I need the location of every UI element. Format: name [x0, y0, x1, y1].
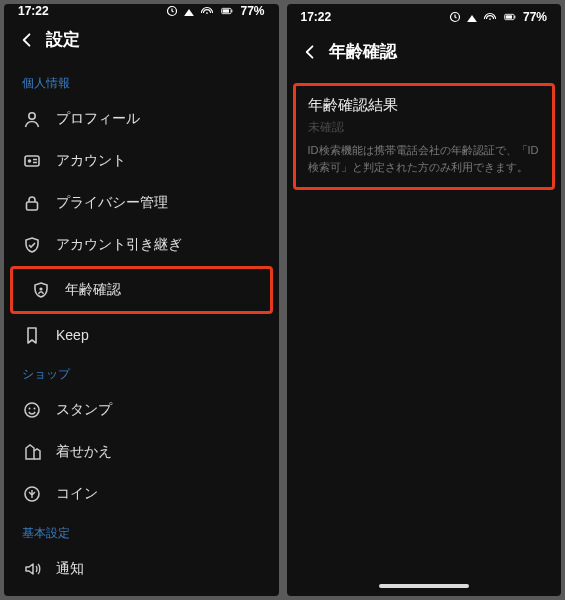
settings-row-badge[interactable]: 年齢確認 — [10, 266, 273, 314]
settings-row-user[interactable]: プロフィール — [4, 98, 279, 140]
result-status: 未確認 — [308, 119, 541, 136]
theme-icon — [22, 442, 42, 462]
row-label: アカウント — [56, 152, 126, 170]
row-label: アカウント引き継ぎ — [56, 236, 182, 254]
row-label: コイン — [56, 485, 98, 503]
page-title: 設定 — [46, 28, 80, 51]
account-icon — [22, 151, 42, 171]
battery-icon — [501, 11, 519, 23]
status-icons: 77% — [166, 4, 264, 18]
home-indicator[interactable] — [287, 576, 562, 596]
bookmark-icon — [22, 325, 42, 345]
status-time: 17:22 — [301, 10, 332, 24]
settings-row-account[interactable]: アカウント — [4, 140, 279, 182]
back-icon[interactable] — [301, 43, 319, 61]
battery-pct: 77% — [240, 4, 264, 18]
section-header: ショップ — [4, 356, 279, 389]
back-icon[interactable] — [18, 31, 36, 49]
age-result-box[interactable]: 年齢確認結果 未確認 ID検索機能は携帯電話会社の年齢認証で、「ID検索可」と判… — [293, 83, 556, 190]
battery-icon — [218, 5, 236, 17]
settings-row-speaker[interactable]: 通知 — [4, 548, 279, 590]
status-time: 17:22 — [18, 4, 49, 18]
row-label: プロフィール — [56, 110, 140, 128]
settings-list: 個人情報プロフィールアカウントプライバシー管理アカウント引き継ぎ年齢確認Keep… — [4, 65, 279, 596]
signal-icon — [182, 5, 196, 17]
row-label: Keep — [56, 327, 89, 343]
status-bar: 17:22 77% — [287, 4, 562, 30]
alarm-icon — [166, 5, 178, 17]
row-label: 通知 — [56, 560, 84, 578]
settings-row-shield[interactable]: アカウント引き継ぎ — [4, 224, 279, 266]
section-header: 個人情報 — [4, 65, 279, 98]
phone-right: 17:22 77% 年齢確認 年齢確認結果 未確認 ID検索機能は携帯電話会社の… — [287, 4, 562, 596]
badge-icon — [31, 280, 51, 300]
result-title: 年齢確認結果 — [308, 96, 541, 115]
status-icons: 77% — [449, 10, 547, 24]
header: 年齢確認 — [287, 30, 562, 77]
status-bar: 17:22 77% — [4, 4, 279, 18]
lock-icon — [22, 193, 42, 213]
settings-row-coin[interactable]: コイン — [4, 473, 279, 515]
wifi-icon — [200, 5, 214, 17]
row-label: スタンプ — [56, 401, 112, 419]
header: 設定 — [4, 18, 279, 65]
settings-row-theme[interactable]: 着せかえ — [4, 431, 279, 473]
result-desc: ID検索機能は携帯電話会社の年齢認証で、「ID検索可」と判定された方のみ利用でき… — [308, 142, 541, 175]
section-header: 基本設定 — [4, 515, 279, 548]
smile-icon — [22, 400, 42, 420]
signal-icon — [465, 11, 479, 23]
settings-row-photo[interactable]: 写真と動画 — [4, 590, 279, 596]
settings-row-lock[interactable]: プライバシー管理 — [4, 182, 279, 224]
settings-row-bookmark[interactable]: Keep — [4, 314, 279, 356]
row-label: 着せかえ — [56, 443, 112, 461]
user-icon — [22, 109, 42, 129]
alarm-icon — [449, 11, 461, 23]
wifi-icon — [483, 11, 497, 23]
battery-pct: 77% — [523, 10, 547, 24]
speaker-icon — [22, 559, 42, 579]
phone-left: 17:22 77% 設定 個人情報プロフィールアカウントプライバシー管理アカウン… — [4, 4, 279, 596]
page-title: 年齢確認 — [329, 40, 397, 63]
coin-icon — [22, 484, 42, 504]
row-label: プライバシー管理 — [56, 194, 168, 212]
row-label: 年齢確認 — [65, 281, 121, 299]
settings-row-smile[interactable]: スタンプ — [4, 389, 279, 431]
shield-icon — [22, 235, 42, 255]
